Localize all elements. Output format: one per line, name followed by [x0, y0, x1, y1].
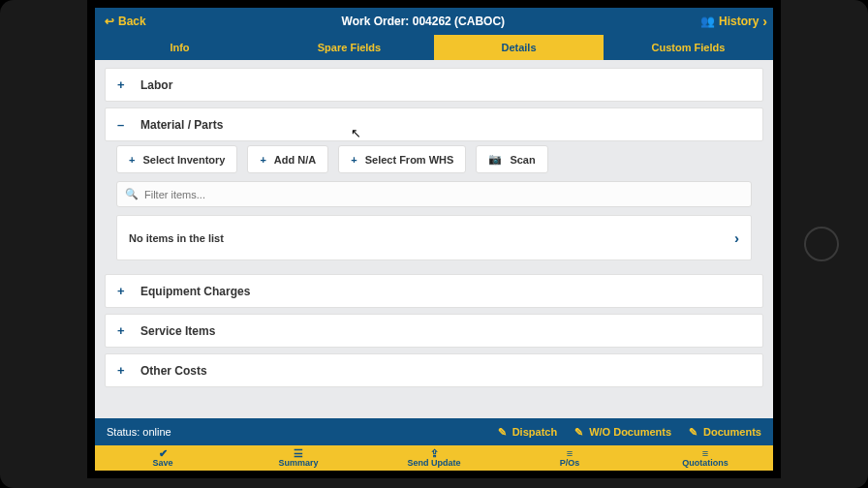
select-from-whs-button[interactable]: + Select From WHS: [338, 145, 466, 173]
chevron-right-icon: ›: [734, 229, 739, 246]
camera-icon: 📷: [488, 153, 502, 166]
pos-button[interactable]: ≡ P/Os: [502, 445, 637, 471]
status-bar: Status: online ✎ Dispatch ✎ W/O Document…: [95, 418, 773, 445]
tab-bar: Info Spare Fields Details Custom Fields: [95, 35, 773, 60]
select-from-whs-label: Select From WHS: [365, 154, 454, 166]
bottom-nav: ✔ Save ☰ Summary ⇪ Send Update ≡ P/Os ≡ …: [95, 445, 773, 471]
pencil-icon: ✎: [689, 426, 698, 439]
dispatch-label: Dispatch: [512, 426, 557, 438]
wo-documents-link[interactable]: ✎ W/O Documents: [574, 426, 671, 439]
device-home-button: [804, 227, 839, 261]
pencil-icon: ✎: [498, 426, 507, 439]
section-labor-label: Labor: [140, 78, 172, 92]
section-equipment[interactable]: + Equipment Charges: [105, 274, 763, 308]
main-content: + Labor – Material / Parts + Select Inve…: [95, 60, 773, 418]
scan-button[interactable]: 📷 Scan: [476, 145, 547, 173]
tab-spare-fields[interactable]: Spare Fields: [264, 35, 434, 60]
history-label: History: [719, 15, 759, 28]
wo-documents-label: W/O Documents: [589, 426, 671, 438]
plus-icon: +: [117, 323, 127, 338]
select-inventory-button[interactable]: + Select Inventory: [116, 145, 237, 173]
send-update-button[interactable]: ⇪ Send Update: [366, 445, 502, 471]
save-label: Save: [152, 459, 172, 469]
history-button[interactable]: 👥 History ›: [700, 14, 773, 29]
material-body: + Select Inventory + Add N/A + Select Fr…: [105, 145, 763, 260]
quotations-button[interactable]: ≡ Quotations: [637, 445, 773, 471]
filter-items-input[interactable]: [144, 189, 743, 200]
items-empty-card[interactable]: No items in the list ›: [116, 215, 752, 260]
app-header: ↩ Back Work Order: 004262 (CABOC) 👥 Hist…: [95, 8, 773, 35]
empty-list-text: No items in the list: [129, 232, 224, 244]
add-na-button[interactable]: + Add N/A: [247, 145, 328, 173]
material-actions: + Select Inventory + Add N/A + Select Fr…: [105, 145, 763, 181]
save-button[interactable]: ✔ Save: [95, 445, 231, 471]
tab-details[interactable]: Details: [434, 35, 604, 60]
quotations-label: Quotations: [682, 459, 728, 469]
section-labor[interactable]: + Labor: [105, 68, 763, 102]
minus-icon: –: [117, 117, 127, 132]
select-inventory-label: Select Inventory: [142, 154, 225, 166]
back-button[interactable]: ↩ Back: [95, 15, 146, 28]
tab-custom-fields[interactable]: Custom Fields: [604, 35, 773, 60]
work-order-title: Work Order: 004262 (CABOC): [146, 15, 700, 28]
plus-icon: +: [117, 284, 127, 298]
dispatch-link[interactable]: ✎ Dispatch: [498, 426, 557, 439]
section-equipment-label: Equipment Charges: [140, 285, 250, 298]
section-service[interactable]: + Service Items: [105, 314, 763, 348]
pos-label: P/Os: [560, 459, 580, 469]
add-na-label: Add N/A: [274, 154, 316, 166]
search-icon: 🔍: [125, 188, 139, 200]
section-service-label: Service Items: [140, 324, 215, 338]
summary-button[interactable]: ☰ Summary: [231, 445, 366, 471]
summary-label: Summary: [278, 459, 318, 469]
documents-label: Documents: [703, 426, 761, 438]
filter-items-box[interactable]: 🔍: [116, 181, 752, 207]
pencil-icon: ✎: [574, 426, 583, 439]
plus-icon: +: [260, 154, 265, 166]
documents-link[interactable]: ✎ Documents: [689, 426, 761, 439]
plus-icon: +: [117, 77, 127, 92]
send-update-label: Send Update: [407, 459, 460, 469]
tab-info[interactable]: Info: [95, 35, 264, 60]
section-material-label: Material / Parts: [140, 118, 223, 132]
scan-label: Scan: [510, 154, 535, 166]
tablet-frame: ↩ Back Work Order: 004262 (CABOC) 👥 Hist…: [0, 0, 868, 488]
back-label: Back: [118, 15, 146, 28]
plus-icon: +: [117, 363, 127, 378]
back-chevron-icon: ↩: [105, 15, 114, 28]
chevron-right-icon: ›: [762, 14, 767, 29]
users-icon: 👥: [700, 15, 715, 28]
section-other-label: Other Costs: [140, 364, 207, 378]
status-text: Status: online: [107, 426, 480, 438]
section-other[interactable]: + Other Costs: [105, 353, 763, 387]
plus-icon: +: [351, 154, 356, 166]
section-material[interactable]: – Material / Parts: [105, 107, 763, 141]
plus-icon: +: [129, 154, 135, 166]
app-screen: ↩ Back Work Order: 004262 (CABOC) 👥 Hist…: [87, 0, 781, 478]
